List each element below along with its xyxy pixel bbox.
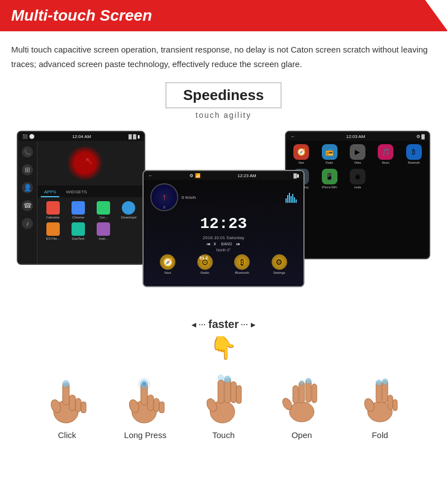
dashboard-date: 2016.10.01 Saturday (146, 235, 301, 240)
gesture-open-hand (277, 370, 327, 426)
cor-icon (97, 201, 110, 215)
click-hand-svg (45, 372, 89, 425)
screen-left: ⬛ ⚪ 12:04 AM ▓ ▓ ▮ 📞 ⊞ 👤 ☎ ♪ ↖ APPS WIDG… (17, 131, 145, 265)
gesture-long-press-label: Long Press (124, 430, 167, 440)
svg-point-26 (289, 402, 314, 422)
svg-point-25 (218, 375, 224, 381)
waveform-bar (291, 196, 292, 203)
svg-rect-3 (75, 398, 81, 412)
screen-right-time: 12:03 AM (346, 134, 365, 139)
play-btn[interactable]: ⏸ (213, 242, 217, 246)
list-item[interactable]: Cor... (93, 201, 115, 219)
arrow-right-icon: ► (249, 320, 257, 329)
list-item[interactable]: 🧭Navi (288, 144, 314, 164)
gesture-long-press-hand (120, 370, 170, 426)
compass-widget: ↑ S (150, 183, 178, 211)
speediness-section: Speediness touch agility (0, 82, 447, 120)
faster-container: ◄ ··· faster ··· ► (0, 318, 447, 331)
gesture-touch-hand (198, 370, 249, 426)
list-item[interactable]: Instr... (93, 222, 115, 240)
list-item[interactable]: 📻Radio (316, 144, 342, 164)
touch-hand-svg (201, 372, 246, 425)
dash-settings[interactable]: ⚙ Settings (262, 254, 297, 274)
screen-right-battery: ⚙ ▓ (416, 134, 425, 139)
navi-icon: 🧭 (293, 144, 309, 160)
sidebar-icon-grid: ⊞ (22, 164, 33, 175)
gesture-long-press: Long Press (106, 370, 184, 440)
chrome-label: Chrome (72, 216, 84, 219)
screen-center-inner: ← ⚙ 📶 12:23 AM ▓▮ ↑ S 0 Km/h (144, 171, 303, 286)
phone-wifi-icon: 📱 (322, 169, 337, 184)
list-item[interactable]: ▶Video (345, 144, 370, 164)
list-item[interactable]: Calendar (42, 201, 64, 219)
apps-tab[interactable]: APPS (41, 188, 59, 197)
gesture-click: Click (28, 370, 106, 440)
phone-wifi-label: iPhone WiFi (322, 186, 337, 189)
svg-rect-21 (231, 382, 236, 403)
list-item[interactable]: Chrome (67, 201, 89, 219)
screen-left-status: ⬛ ⚪ 12:04 AM ▓ ▓ ▮ (18, 132, 144, 141)
widgets-tab[interactable]: WIDGETS (63, 188, 90, 197)
waveform-bar (292, 194, 293, 203)
screen-right: ← 12:03 AM ⚙ ▓ 🧭Navi 📻Radio ▶Video 🎵Musi… (285, 131, 430, 259)
list-item[interactable]: ◉mode (345, 169, 370, 189)
list-item[interactable]: Download (118, 201, 140, 219)
faster-text: faster (208, 318, 239, 331)
waveform-bar (287, 195, 288, 203)
sidebar-icon-music: ♪ (22, 218, 33, 229)
dashboard-controls: ⏮ ⏸ BAND ⏭ (146, 240, 301, 248)
es-icon (46, 222, 60, 236)
gesture-click-hand (42, 370, 92, 426)
list-item[interactable]: GpsTest (67, 222, 89, 240)
bluetooth-label: Bluetooth (408, 161, 420, 164)
next-btn[interactable]: ⏭ (236, 242, 240, 246)
screen-left-inner: ⬛ ⚪ 12:04 AM ▓ ▓ ▮ 📞 ⊞ 👤 ☎ ♪ ↖ APPS WIDG… (18, 132, 144, 264)
list-item[interactable]: ₿Bluetooth (401, 144, 427, 164)
svg-point-33 (299, 381, 304, 385)
description-text: Multi touch capacitive screen operation,… (11, 42, 436, 71)
gps-label: GpsTest (72, 237, 84, 240)
bluetooth-icon: ₿ (406, 144, 422, 160)
dash-radio-label: Radio (201, 271, 210, 274)
dash-bluetooth[interactable]: ₿ Bluetooth (225, 254, 260, 274)
screen-right-status: ← 12:03 AM ⚙ ▓ (286, 132, 429, 141)
direction-label: North 0° (146, 248, 301, 252)
svg-rect-38 (393, 400, 397, 411)
download-icon (122, 201, 135, 215)
download-label: Download (121, 216, 136, 219)
navi-label: Navi (298, 161, 304, 164)
screen-center: ← ⚙ 📶 12:23 AM ▓▮ ↑ S 0 Km/h (142, 170, 305, 287)
dash-navi[interactable]: 🧭 Navi (150, 254, 186, 274)
dash-bluetooth-icon: ₿ (234, 254, 250, 270)
instr-label: Instr... (99, 237, 108, 240)
prev-btn[interactable]: ⏮ (207, 242, 211, 246)
mode-label: mode (354, 186, 362, 189)
music-label: Music (382, 161, 389, 164)
long-press-hand-svg (123, 372, 168, 425)
arrow-left-icon: ◄ (190, 320, 198, 329)
faster-label: ◄ ··· faster ··· ► (190, 318, 257, 331)
chrome-icon (72, 201, 85, 215)
description-section: Multi touch capacitive screen operation,… (0, 31, 447, 77)
list-item[interactable]: 🎵Music (373, 144, 398, 164)
dash-settings-label: Settings (273, 271, 286, 274)
speediness-subtitle: touch agility (0, 111, 447, 120)
app-grid: Calendar Chrome Cor... Download ES File.… (37, 197, 144, 245)
svg-point-7 (63, 381, 69, 387)
compass-direction: S (163, 206, 165, 209)
dashboard-time: 12:23 (146, 215, 301, 232)
gesture-open: Open (263, 370, 341, 440)
svg-point-24 (224, 376, 231, 383)
list-item[interactable]: ES File... (42, 222, 64, 240)
waveform-bar (286, 198, 287, 203)
svg-rect-2 (69, 395, 75, 411)
list-item[interactable]: 📱iPhone WiFi (316, 169, 342, 189)
es-label: ES File... (46, 237, 59, 240)
dash-settings-icon: ⚙ (272, 254, 287, 270)
band-label: BAND (221, 242, 232, 246)
svg-point-41 (382, 379, 388, 384)
screen-center-status: ← ⚙ 📶 12:23 AM ▓▮ (144, 171, 303, 180)
mode-icon: ◉ (350, 169, 365, 184)
app-tabs: APPS WIDGETS (37, 186, 144, 197)
dash-radio[interactable]: 91.2 ⊙ Radio (188, 254, 223, 274)
